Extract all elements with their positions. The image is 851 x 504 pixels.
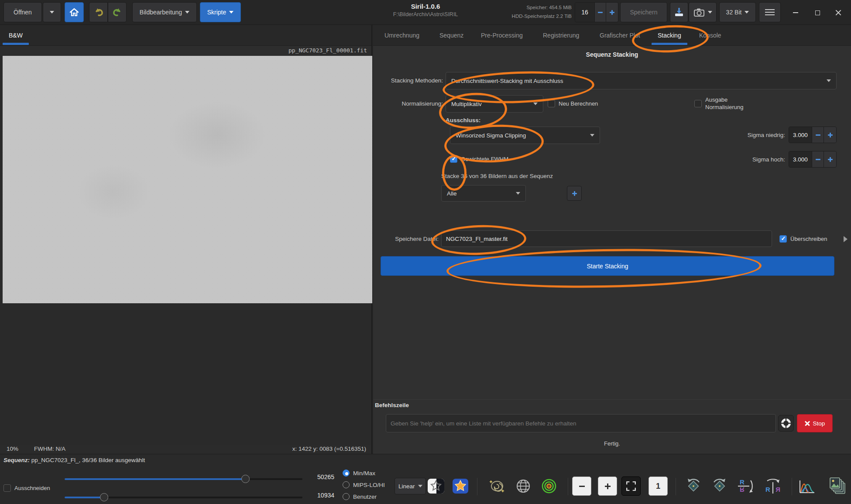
tab-registrierung[interactable]: Registrierung (543, 25, 579, 46)
minmax-radio[interactable] (343, 470, 350, 477)
low-cutoff-slider[interactable] (65, 493, 302, 501)
rotate-right-button[interactable] (710, 477, 729, 496)
alignment-target-button[interactable] (539, 477, 559, 496)
threads-increment-button[interactable] (606, 3, 618, 22)
overwrite-row[interactable]: Überschreiben (779, 235, 827, 243)
chevron-down-icon (185, 11, 189, 14)
rejection-dropdown[interactable]: Winsorized Sigma Clipping (450, 127, 600, 144)
output-norm-checkbox-row[interactable]: Ausgabe Normalisierung (694, 96, 753, 111)
tab-umrechnung[interactable]: Umrechnung (384, 25, 419, 46)
redo-icon (112, 7, 123, 17)
toolbar-separator (477, 478, 477, 495)
rotate-left-button[interactable] (684, 477, 703, 496)
memory-usage: Speicher: 454.5 MiB (493, 3, 572, 12)
minimize-icon (793, 12, 798, 13)
minimize-button[interactable] (788, 5, 803, 20)
sequence-frames-button[interactable] (829, 477, 848, 496)
display-mode-benutzer[interactable]: Benutzer (343, 493, 377, 500)
camera-icon (693, 7, 705, 17)
siril-window: Öffnen Bildbearbeitung (0, 0, 851, 504)
sigma-high-value[interactable]: 3.000 (789, 151, 812, 167)
sigma-low-value[interactable]: 3.000 (789, 127, 812, 143)
stop-button[interactable]: Stop (797, 414, 833, 432)
snapshot-button[interactable] (689, 2, 717, 22)
threads-input[interactable] (575, 3, 594, 22)
weighted-fwhm-row[interactable]: Gewichtete FWHM (450, 155, 508, 163)
command-input[interactable] (386, 414, 776, 432)
zoom-out-button[interactable] (572, 477, 591, 496)
section-heading: Sequenz Stacking (373, 51, 851, 58)
overwrite-checkbox[interactable] (779, 235, 787, 243)
display-mode-mips[interactable]: MIPS-LO/HI (343, 481, 385, 488)
main-menu-button[interactable] (759, 2, 781, 22)
display-scale-dropdown[interactable]: Linear (395, 478, 426, 494)
tab-bw[interactable]: B&W (9, 25, 23, 46)
save-as-button[interactable] (670, 2, 688, 22)
stacking-method-value: Durchschnittswert-Stacking mit Ausschlus… (451, 78, 563, 84)
output-norm-label: Ausgabe Normalisierung (705, 96, 753, 111)
save-file-label: Speichere Datei: (373, 236, 439, 242)
threads-decrement-button[interactable] (594, 3, 606, 22)
tab-grafischer-plot[interactable]: Grafischer Plot (600, 25, 640, 46)
normalisation-dropdown[interactable]: Multiplikativ (446, 95, 543, 113)
tab-konsole[interactable]: Konsole (699, 25, 721, 46)
bit-depth-button[interactable]: 32 Bit (719, 2, 756, 22)
svg-text:R: R (776, 486, 780, 493)
image-filter-dropdown[interactable]: Alle (441, 185, 526, 202)
close-button[interactable] (831, 5, 846, 20)
weighted-fwhm-checkbox[interactable] (450, 155, 457, 163)
zoom-fit-button[interactable] (621, 477, 641, 496)
stacking-method-dropdown[interactable]: Durchschnittswert-Stacking mit Ausschlus… (446, 72, 837, 89)
command-help-button[interactable] (778, 415, 794, 432)
open-dropdown-button[interactable] (43, 2, 61, 22)
sigma-high-decrement[interactable] (812, 151, 824, 167)
flip-horizontal-button[interactable]: R R (763, 477, 782, 496)
zoom-in-button[interactable] (598, 477, 617, 496)
panel-expander-arrow[interactable] (844, 236, 848, 242)
minus-icon (598, 12, 603, 13)
tab-stacking[interactable]: Stacking (658, 25, 681, 46)
mips-radio[interactable] (343, 481, 350, 488)
flip-vertical-button[interactable]: R R (736, 477, 755, 496)
open-button[interactable]: Öffnen (3, 2, 42, 22)
zoom-100-button[interactable] (649, 477, 668, 496)
image-canvas[interactable] (3, 56, 372, 303)
redo-button[interactable] (108, 2, 127, 22)
home-button[interactable] (65, 2, 84, 22)
crop-row[interactable]: Ausschneiden (3, 484, 50, 492)
add-filter-button[interactable] (567, 186, 582, 201)
chevron-down-icon (827, 79, 831, 82)
scripts-menu-button[interactable]: Skripte (200, 2, 241, 22)
histogram-icon (798, 477, 816, 495)
photometry-bw-star-button[interactable] (426, 477, 446, 496)
recompute-checkbox-row[interactable]: Neu Berechnen (548, 100, 598, 107)
tab-sequenz[interactable]: Sequenz (439, 25, 463, 46)
recompute-checkbox[interactable] (548, 100, 555, 107)
high-cutoff-slider[interactable] (65, 475, 302, 483)
save-file-input[interactable] (441, 230, 772, 247)
slider-handle[interactable] (241, 475, 250, 483)
sigma-low-increment[interactable] (824, 127, 836, 143)
crop-checkbox[interactable] (3, 484, 11, 492)
output-norm-checkbox[interactable] (694, 100, 702, 107)
undo-button[interactable] (89, 2, 108, 22)
image-processing-menu-button[interactable]: Bildbearbeitung (132, 2, 197, 22)
svg-text:R: R (740, 478, 745, 486)
astrometry-button[interactable] (487, 477, 507, 496)
sigma-low-decrement[interactable] (812, 127, 824, 143)
histogram-button[interactable] (797, 477, 817, 496)
maximize-button[interactable] (810, 5, 825, 20)
slider-handle[interactable] (100, 493, 108, 501)
save-button[interactable]: Speichern (620, 2, 667, 22)
star-detection-button[interactable] (451, 477, 470, 496)
start-stacking-button[interactable]: Starte Stacking (381, 256, 834, 276)
sigma-high-increment[interactable] (824, 151, 836, 167)
tab-pre-processing[interactable]: Pre-Processing (481, 25, 523, 46)
astrometry-net-button[interactable] (514, 477, 533, 496)
display-mode-minmax[interactable]: Min/Max (343, 470, 375, 477)
hdd-space: HDD-Speicherplatz 2.2 TiB (493, 12, 572, 21)
benutzer-radio[interactable] (343, 493, 350, 500)
image-processing-label: Bildbearbeitung (140, 9, 182, 16)
mips-label: MIPS-LO/HI (353, 482, 385, 488)
rotate-left-icon (684, 477, 703, 495)
